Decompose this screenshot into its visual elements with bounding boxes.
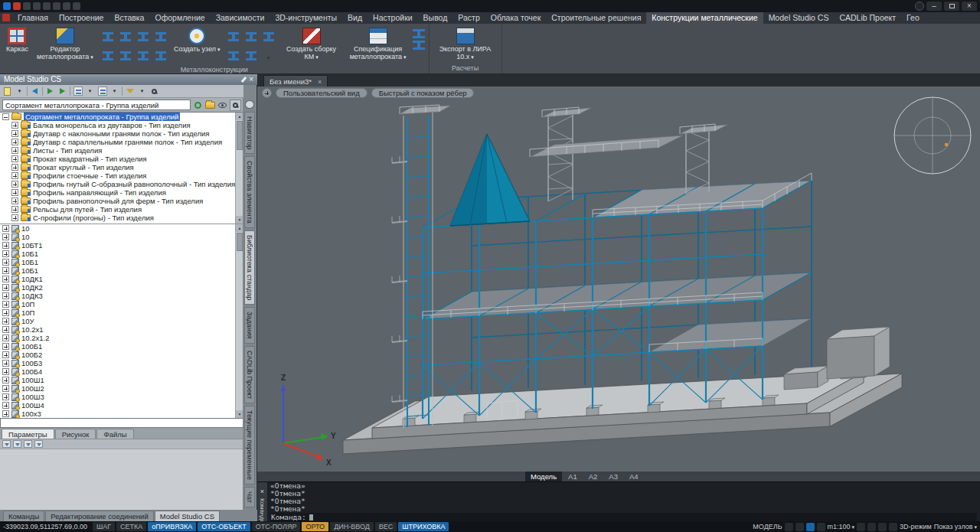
profile-list-item[interactable]: 10БТ1 <box>0 241 243 250</box>
tree-view-icon[interactable] <box>73 86 83 96</box>
navigator-compass-icon[interactable] <box>245 100 254 109</box>
expand-icon[interactable] <box>2 343 9 350</box>
status-toggle[interactable]: ДИН-ВВОД <box>330 522 374 531</box>
menu-item[interactable]: Вставка <box>109 12 149 24</box>
profile-list-item[interactable]: 100Ш1 <box>0 376 243 384</box>
save-icon[interactable] <box>43 2 51 10</box>
account-logo-icon[interactable] <box>915 2 924 11</box>
profile-list-item[interactable]: 100Б2 <box>0 351 243 359</box>
expand-icon[interactable] <box>11 189 18 196</box>
side-tab[interactable]: Навигатор <box>244 112 255 154</box>
panel-titlebar[interactable]: Model Studio CS <box>0 74 257 85</box>
show-nodes-button[interactable]: Показ узлов <box>934 523 977 530</box>
menu-item[interactable]: Построение <box>54 12 109 24</box>
clean-screen-icon[interactable] <box>878 523 887 531</box>
menubar-app-icon[interactable] <box>2 14 10 21</box>
profile-list-item[interactable]: 10У <box>0 317 243 325</box>
expand-icon[interactable] <box>2 242 9 249</box>
dock-tab[interactable]: Редактирование соединений <box>45 511 153 521</box>
chevron-down-icon[interactable] <box>85 86 95 96</box>
menu-item[interactable]: Оформление <box>149 12 210 24</box>
status-toggle[interactable]: СЕТКА <box>116 522 146 531</box>
tree-root-item[interactable]: Сортамент металлопроката - Группа издели… <box>0 113 243 121</box>
expand-icon[interactable] <box>11 181 18 188</box>
minimize-button[interactable] <box>926 2 942 11</box>
command-side-label[interactable]: Команды <box>259 498 266 524</box>
profile-list-item[interactable]: 100x3 <box>0 410 243 418</box>
menu-app-icon[interactable] <box>13 2 21 10</box>
panel-close-icon[interactable] <box>249 74 253 85</box>
side-tab[interactable]: Текущие переменные <box>244 406 255 485</box>
menu-item[interactable]: Растр <box>452 12 485 24</box>
sheet-tab[interactable]: А3 <box>603 472 623 481</box>
tree-item[interactable]: Профили стоечные - Тип изделия <box>0 171 243 180</box>
status-toggle[interactable]: ОТС-ПОЛЯР <box>252 522 301 531</box>
dock-tab[interactable]: Model Studio CS <box>155 511 220 521</box>
expand-icon[interactable] <box>2 267 9 274</box>
side-tab[interactable]: Чат <box>244 487 255 508</box>
profile-list-item[interactable]: 10Б1 <box>0 258 243 266</box>
tree-item[interactable]: Профиль гнутый С-образный равнополочный … <box>0 180 243 188</box>
menu-item[interactable]: Настройки <box>368 12 418 24</box>
chevron-down-icon[interactable] <box>15 86 24 96</box>
add-view-button[interactable] <box>262 88 272 98</box>
node-tool-button[interactable] <box>261 29 276 44</box>
lira-export-button[interactable]: Экспорт в ЛИРА 10.x <box>433 26 498 62</box>
tree-item[interactable]: С-профили (прогоны) - Тип изделия <box>0 214 243 222</box>
annotation-icon[interactable] <box>806 523 815 531</box>
expand-icon[interactable] <box>2 318 9 325</box>
command-history[interactable]: «Отмена»*Отмена**Отмена**Отмена* Команда… <box>267 482 980 521</box>
isolate-icon[interactable] <box>867 523 876 531</box>
node-tool-button[interactable] <box>226 29 241 44</box>
menu-item[interactable]: Облака точек <box>485 12 546 24</box>
menu-item[interactable]: Вывод <box>418 12 453 24</box>
create-node-button[interactable]: Создать узел <box>172 26 223 55</box>
collapse-icon[interactable] <box>2 113 9 120</box>
profile-list-item[interactable]: 10Б1 <box>0 266 243 275</box>
profile-list-item[interactable]: 10ДК1 <box>0 275 243 283</box>
expand-icon[interactable] <box>11 139 18 145</box>
profile-list-item[interactable]: 10Б1 <box>0 250 243 258</box>
expand-icon[interactable] <box>11 147 18 154</box>
tree-item[interactable]: Балка монорельса из двутавров - Тип изде… <box>0 121 243 129</box>
workspace-icon[interactable] <box>795 523 804 531</box>
refresh-icon[interactable] <box>193 100 203 110</box>
annotation-scale-button[interactable]: m1:100 <box>828 523 855 530</box>
profile-list-item[interactable]: 10П <box>0 300 243 308</box>
beam-tool-button[interactable] <box>118 48 133 64</box>
beam-tool-button[interactable] <box>100 48 116 64</box>
profile-list-item[interactable]: 100Б3 <box>0 359 243 367</box>
beam-tool-button[interactable] <box>136 48 151 64</box>
expand-icon[interactable] <box>2 360 9 367</box>
expand-icon[interactable] <box>11 155 18 162</box>
units-icon[interactable] <box>817 523 825 531</box>
tree-item[interactable]: Профиль направляющий - Тип изделия <box>0 188 243 197</box>
app-icon[interactable] <box>3 2 11 10</box>
expand-icon[interactable] <box>2 259 9 266</box>
status-toggle[interactable]: оПРИВЯЗКА <box>148 522 196 531</box>
menu-item[interactable]: Зависимости <box>211 12 270 24</box>
expand-icon[interactable] <box>2 309 9 316</box>
spec-button[interactable]: Спецификация металлопроката <box>346 26 410 62</box>
dock-tab[interactable]: Команды <box>3 511 44 521</box>
back-icon[interactable] <box>30 86 40 96</box>
new-file-icon[interactable] <box>23 2 31 10</box>
run-icon[interactable] <box>45 86 55 96</box>
maximize-button[interactable] <box>944 2 959 11</box>
profile-list-item[interactable]: 100Б1 <box>0 342 243 351</box>
model-space-button[interactable]: МОДЕЛЬ <box>753 523 782 530</box>
side-tab[interactable]: Свойства элемента <box>244 156 255 228</box>
close-tab-icon[interactable] <box>318 77 322 86</box>
expand-icon[interactable] <box>2 233 9 240</box>
expand-icon[interactable] <box>2 292 9 299</box>
expand-icon[interactable] <box>11 206 18 213</box>
profile-list-item[interactable]: 100Ш4 <box>0 401 243 410</box>
visibility-icon[interactable] <box>217 100 227 110</box>
expand-icon[interactable] <box>2 250 9 257</box>
scrollbar-thumb[interactable] <box>237 233 243 251</box>
profile-list-item[interactable]: 10ДК2 <box>0 283 243 292</box>
status-toggle[interactable]: ОРТО <box>302 522 328 531</box>
expand-icon[interactable] <box>11 172 18 179</box>
profile-list-item[interactable]: 10 <box>0 224 243 233</box>
menu-item[interactable]: Главная <box>12 12 54 24</box>
